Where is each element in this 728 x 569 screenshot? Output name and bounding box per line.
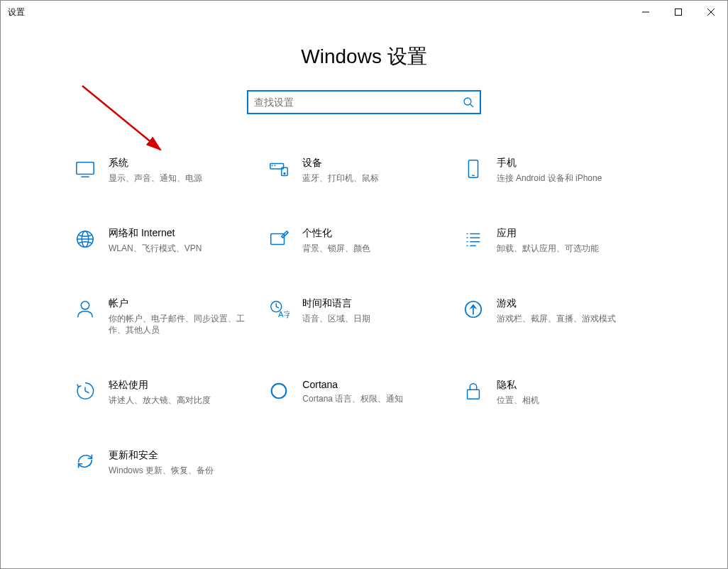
svg-point-27 (81, 301, 89, 309)
tile-ease-of-access[interactable]: 轻松使用 讲述人、放大镜、高对比度 (73, 379, 258, 407)
gaming-icon (461, 297, 485, 321)
tile-phone[interactable]: 手机 连接 Android 设备和 iPhone (461, 157, 646, 184)
tile-apps[interactable]: 应用 卸载、默认应用、可选功能 (461, 227, 646, 255)
svg-point-10 (284, 173, 285, 175)
tile-desc: 连接 Android 设备和 iPhone (497, 172, 646, 184)
tile-title: 手机 (497, 157, 646, 170)
personalization-icon (267, 227, 291, 251)
tile-title: 隐私 (497, 379, 646, 392)
system-icon (73, 157, 97, 181)
tile-title: 轻松使用 (109, 379, 258, 392)
phone-icon (461, 157, 485, 181)
tile-title: 个性化 (302, 227, 451, 240)
maximize-button[interactable] (662, 1, 695, 23)
devices-icon (267, 157, 291, 181)
tile-devices[interactable]: 设备 蓝牙、打印机、鼠标 (267, 157, 451, 184)
svg-rect-13 (468, 160, 478, 177)
tile-desc: 语音、区域、日期 (302, 313, 451, 325)
search-input[interactable] (254, 96, 463, 108)
svg-rect-37 (467, 390, 479, 399)
tile-title: 设备 (302, 157, 451, 170)
tile-desc: 讲述人、放大镜、高对比度 (109, 394, 258, 407)
apps-icon (461, 227, 485, 251)
update-icon (73, 449, 97, 473)
tile-desc: 位置、相机 (497, 394, 646, 407)
tile-title: 更新和安全 (109, 449, 258, 462)
minimize-button[interactable] (629, 1, 662, 23)
tile-title: 游戏 (497, 297, 646, 310)
window-title: 设置 (8, 6, 25, 18)
window-controls (629, 1, 727, 23)
tile-desc: 游戏栏、截屏、直播、游戏模式 (497, 313, 646, 325)
svg-line-5 (470, 104, 473, 107)
tile-system[interactable]: 系统 显示、声音、通知、电源 (73, 157, 258, 184)
tile-time-language[interactable]: A字 时间和语言 语音、区域、日期 (267, 297, 451, 337)
tile-desc: 显示、声音、通知、电源 (109, 172, 258, 184)
tile-title: 时间和语言 (302, 297, 451, 310)
tile-accounts[interactable]: 帐户 你的帐户、电子邮件、同步设置、工作、其他人员 (73, 297, 258, 337)
svg-line-35 (85, 391, 89, 393)
lock-icon (461, 379, 485, 403)
tile-desc: Windows 更新、恢复、备份 (109, 465, 258, 477)
tile-network[interactable]: 网络和 Internet WLAN、飞行模式、VPN (73, 227, 258, 255)
tile-title: 系统 (109, 157, 258, 170)
svg-rect-6 (77, 162, 94, 175)
tile-title: Cortana (302, 379, 451, 390)
page-title: Windows 设置 (1, 43, 727, 70)
close-button[interactable] (695, 1, 727, 23)
tile-desc: Cortana 语言、权限、通知 (302, 393, 451, 405)
svg-rect-1 (675, 9, 682, 16)
tile-desc: 蓝牙、打印机、鼠标 (302, 172, 451, 184)
svg-point-36 (272, 384, 287, 399)
tile-desc: 卸载、默认应用、可选功能 (497, 243, 646, 255)
time-language-icon: A字 (267, 297, 291, 321)
tile-title: 应用 (497, 227, 646, 240)
tile-gaming[interactable]: 游戏 游戏栏、截屏、直播、游戏模式 (461, 297, 646, 337)
tile-desc: 背景、锁屏、颜色 (302, 243, 451, 255)
svg-point-4 (464, 98, 471, 105)
tile-title: 网络和 Internet (109, 227, 258, 240)
svg-text:A字: A字 (278, 310, 289, 319)
person-icon (73, 297, 97, 321)
titlebar: 设置 (1, 1, 727, 23)
tile-desc: 你的帐户、电子邮件、同步设置、工作、其他人员 (109, 313, 258, 337)
tile-update-security[interactable]: 更新和安全 Windows 更新、恢复、备份 (73, 449, 258, 477)
cortana-icon (267, 379, 291, 403)
tile-cortana[interactable]: Cortana Cortana 语言、权限、通知 (267, 379, 451, 407)
tile-title: 帐户 (109, 297, 258, 310)
globe-icon (73, 227, 97, 251)
tile-desc: WLAN、飞行模式、VPN (109, 243, 258, 255)
svg-line-30 (277, 306, 280, 308)
search-icon (463, 96, 474, 108)
tile-personalization[interactable]: 个性化 背景、锁屏、颜色 (267, 227, 451, 255)
ease-of-access-icon (73, 379, 97, 403)
tile-privacy[interactable]: 隐私 位置、相机 (461, 379, 646, 407)
search-box[interactable] (247, 90, 481, 114)
